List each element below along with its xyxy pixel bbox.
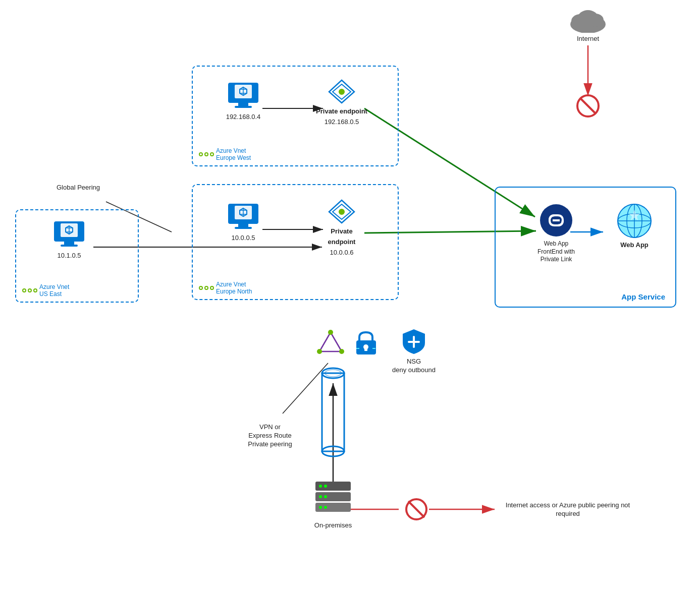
- svg-point-85: [319, 506, 322, 509]
- svg-rect-75: [322, 373, 344, 451]
- onpremises-blocked-icon: [404, 497, 429, 522]
- vnet-europe-west-box: 192.168.0.4 Private endpoint 192.168.0.5…: [192, 66, 399, 166]
- pe-eu-west-icon: [327, 78, 357, 105]
- onpremises-node: On-premises: [303, 479, 363, 530]
- vnet-us-east-box: 10.1.0.5 Azure VnetUS East: [15, 209, 139, 303]
- vnet-eu-north-name: Azure VnetEurope North: [216, 281, 252, 295]
- vnet-eu-west-label: Azure VnetEurope West: [199, 147, 251, 161]
- svg-point-73: [339, 349, 344, 354]
- route-icon: [313, 327, 348, 357]
- svg-point-83: [319, 495, 322, 498]
- svg-point-71: [328, 330, 333, 335]
- onpremises-label: On-premises: [314, 521, 352, 530]
- svg-rect-47: [61, 245, 78, 247]
- pe-eu-north-label2: endpoint: [328, 238, 356, 247]
- svg-rect-65: [364, 347, 367, 351]
- svg-rect-46: [64, 242, 74, 245]
- cloud-icon: [568, 5, 608, 33]
- svg-point-81: [319, 485, 322, 488]
- internet-access-text: Internet access or Azure public peering …: [497, 501, 638, 518]
- internet-access-label: Internet access or Azure public peering …: [497, 499, 638, 518]
- pe-eu-north-node: Private endpoint 10.0.0.6: [314, 198, 369, 257]
- svg-rect-24: [238, 103, 248, 106]
- pe-eu-west-label: Private endpoint: [316, 107, 367, 116]
- vpn-cylinder: [318, 363, 348, 464]
- app-service-box: Web AppFrontEnd withPrivate Link Web App…: [495, 187, 676, 308]
- vm-eu-west-node: 192.168.0.4: [221, 82, 266, 122]
- pe-eu-west-node: Private endpoint 192.168.0.5: [314, 78, 369, 127]
- nsg-label: NSGdeny outbound: [392, 358, 436, 375]
- svg-point-82: [324, 485, 327, 488]
- no-sign-internet: [576, 94, 600, 118]
- svg-point-32: [339, 89, 345, 95]
- internet-label: Internet: [577, 35, 599, 43]
- webapp-icon: [616, 203, 654, 239]
- svg-rect-36: [235, 227, 252, 229]
- global-peering-text: Global Peering: [57, 184, 100, 192]
- route-triangle-icon: [314, 327, 347, 357]
- pe-eu-north-label1: Private: [331, 227, 352, 236]
- svg-point-19: [578, 10, 598, 25]
- svg-line-68: [319, 332, 331, 351]
- webapp-frontend-node: Web AppFrontEnd withPrivate Link: [526, 203, 586, 264]
- vm-us-east-label: 10.1.0.5: [58, 252, 81, 260]
- nsg-shield-icon: [401, 328, 426, 356]
- architecture-diagram: Internet 192.168.0.4: [0, 0, 700, 591]
- svg-line-88: [408, 501, 424, 517]
- vpn-gateway-icon: [351, 328, 381, 358]
- vm-eu-north-label: 10.0.0.5: [232, 234, 255, 243]
- pe-eu-north-ip: 10.0.0.6: [330, 249, 354, 257]
- monitor-us-east-icon: [51, 220, 87, 250]
- app-service-label: App Service: [621, 292, 665, 301]
- svg-point-72: [317, 349, 322, 354]
- webapp-label: Web App: [620, 241, 649, 250]
- svg-point-86: [324, 506, 327, 509]
- no-sign-onpremises: [405, 498, 428, 521]
- vnet-us-east-label: Azure VnetUS East: [22, 283, 69, 298]
- webapp-frontend-icon: [539, 203, 574, 238]
- vpn-label: VPN orExpress RoutePrivate peering: [232, 421, 308, 449]
- pe-eu-north-icon: [327, 198, 357, 225]
- vm-us-east-node: 10.1.0.5: [46, 220, 92, 260]
- monitor-eu-west-icon: [226, 82, 261, 111]
- global-peering-label: Global Peering: [45, 182, 111, 192]
- webapp-frontend-label: Web AppFrontEnd withPrivate Link: [537, 240, 575, 264]
- svg-rect-25: [235, 106, 252, 108]
- vnet-us-east-name: Azure VnetUS East: [39, 283, 69, 298]
- vpn-cylinder-icon: [319, 363, 347, 464]
- vm-eu-north-node: 10.0.0.5: [221, 203, 266, 243]
- vnet-europe-north-box: 10.0.0.5 Private endpoint 10.0.0.6 Azure…: [192, 184, 399, 300]
- vm-eu-west-label: 192.168.0.4: [226, 113, 261, 122]
- nsg-node: NSGdeny outbound: [384, 328, 444, 375]
- svg-point-43: [339, 209, 345, 215]
- vpn-lock-icon: [352, 329, 380, 357]
- svg-line-21: [580, 98, 596, 114]
- internet-node: Internet: [558, 5, 618, 43]
- internet-blocked-icon: [575, 93, 601, 119]
- vnet-eu-north-label: Azure VnetEurope North: [199, 281, 252, 295]
- onpremises-icon: [308, 479, 358, 519]
- svg-line-69: [331, 332, 342, 351]
- svg-rect-35: [238, 224, 248, 227]
- webapp-node: Web App: [607, 203, 662, 250]
- svg-point-84: [324, 495, 327, 498]
- vpn-text: VPN orExpress RoutePrivate peering: [248, 423, 292, 449]
- app-service-label-container: App Service: [621, 292, 665, 302]
- vnet-eu-west-name: Azure VnetEurope West: [216, 147, 251, 161]
- monitor-eu-north-icon: [226, 203, 261, 232]
- pe-eu-west-ip: 192.168.0.5: [325, 118, 359, 127]
